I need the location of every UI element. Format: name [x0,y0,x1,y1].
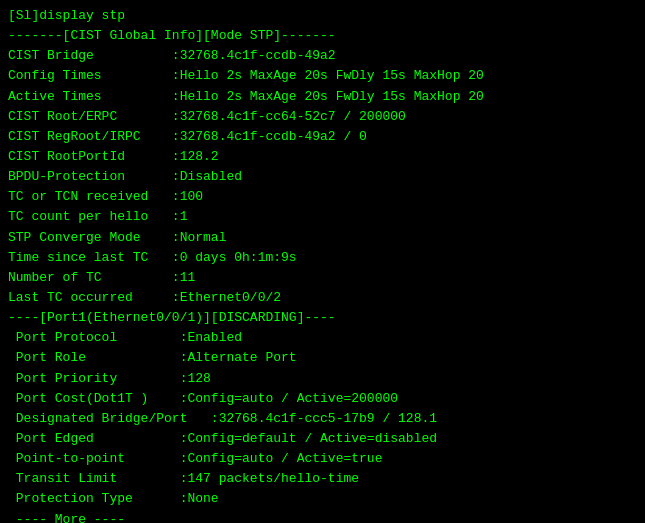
terminal-line-5: CIST Root/ERPC :32768.4c1f-cc64-52c7 / 2… [8,107,637,127]
terminal-line-17: Port Role :Alternate Port [8,348,637,368]
terminal-line-13: Number of TC :11 [8,268,637,288]
terminal-line-20: Designated Bridge/Port :32768.4c1f-ccc5-… [8,409,637,429]
terminal-line-9: TC or TCN received :100 [8,187,637,207]
terminal-line-7: CIST RootPortId :128.2 [8,147,637,167]
terminal-line-23: Transit Limit :147 packets/hello-time [8,469,637,489]
terminal-line-25: ---- More ---- [8,510,637,523]
terminal-window: [Sl]display stp-------[CIST Global Info]… [8,6,637,517]
terminal-line-24: Protection Type :None [8,489,637,509]
terminal-line-10: TC count per hello :1 [8,207,637,227]
terminal-line-11: STP Converge Mode :Normal [8,228,637,248]
terminal-line-18: Port Priority :128 [8,369,637,389]
terminal-line-19: Port Cost(Dot1T ) :Config=auto / Active=… [8,389,637,409]
terminal-line-1: -------[CIST Global Info][Mode STP]-----… [8,26,637,46]
terminal-line-22: Point-to-point :Config=auto / Active=tru… [8,449,637,469]
terminal-line-16: Port Protocol :Enabled [8,328,637,348]
terminal-line-14: Last TC occurred :Ethernet0/0/2 [8,288,637,308]
terminal-line-15: ----[Port1(Ethernet0/0/1)][DISCARDING]--… [8,308,637,328]
terminal-line-12: Time since last TC :0 days 0h:1m:9s [8,248,637,268]
terminal-line-6: CIST RegRoot/IRPC :32768.4c1f-ccdb-49a2 … [8,127,637,147]
terminal-line-21: Port Edged :Config=default / Active=disa… [8,429,637,449]
terminal-line-3: Config Times :Hello 2s MaxAge 20s FwDly … [8,66,637,86]
terminal-line-8: BPDU-Protection :Disabled [8,167,637,187]
terminal-line-0: [Sl]display stp [8,6,637,26]
terminal-line-2: CIST Bridge :32768.4c1f-ccdb-49a2 [8,46,637,66]
terminal-line-4: Active Times :Hello 2s MaxAge 20s FwDly … [8,87,637,107]
